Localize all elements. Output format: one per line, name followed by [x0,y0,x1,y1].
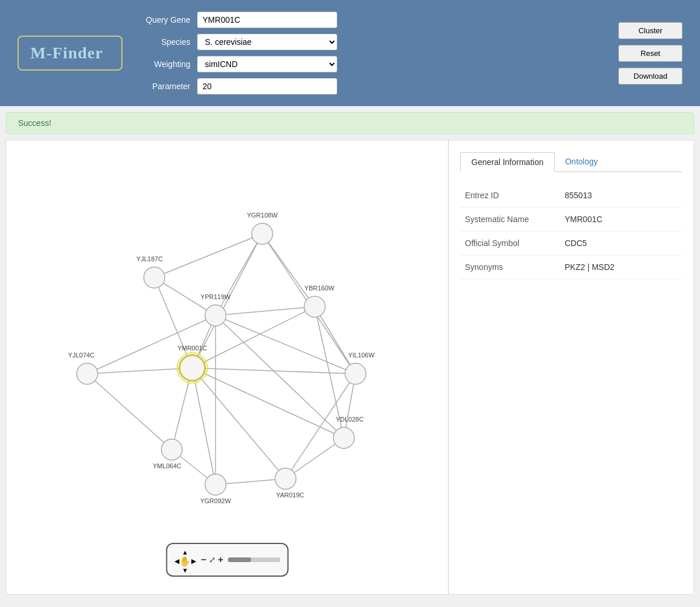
nav-up-icon[interactable]: ▲ [182,549,188,556]
svg-point-49 [77,363,98,384]
query-gene-label: Query Gene [146,15,190,24]
svg-point-39 [345,363,366,384]
main-content: YMR001CYGR108WYJL187CYPR119WYBR160WYIL10… [6,140,694,595]
svg-line-11 [216,234,262,315]
cursor-icon: ⤢ [209,555,216,564]
info-table: Entrez ID 855013 Systematic Name YMR001C… [460,184,682,279]
svg-text:YJL074C: YJL074C [68,352,94,359]
svg-line-23 [88,374,172,450]
species-label: Species [146,37,190,47]
form-area: Query Gene Species S. cerevisiae H. sapi… [146,12,595,94]
svg-line-12 [262,234,315,307]
svg-line-5 [192,368,344,438]
tab-ontology[interactable]: Ontology [555,152,608,171]
svg-point-33 [144,267,165,288]
network-graph[interactable]: YMR001CYGR108WYJL187CYPR119WYBR160WYIL10… [18,152,436,549]
parameter-label: Parameter [146,82,190,91]
tab-general-information[interactable]: General Information [460,152,555,172]
official-symbol-value: CDC5 [560,231,682,255]
svg-text:YGR092W: YGR092W [200,497,231,504]
svg-text:YGR108W: YGR108W [247,212,278,219]
reset-button[interactable]: Reset [618,45,682,62]
synonyms-label: Synonyms [460,255,560,279]
svg-line-10 [155,234,262,278]
parameter-input[interactable] [197,78,337,94]
entrez-id-label: Entrez ID [460,184,560,208]
svg-line-15 [216,315,356,374]
svg-point-35 [205,305,226,326]
navigation-control[interactable]: ▲ ◀ ✋ ▶ ▼ − ⤢ + [166,543,289,577]
svg-point-41 [334,427,355,448]
logo-text: M-Finder [30,44,110,62]
svg-line-9 [88,368,192,374]
zoom-controls: − ⤢ + [201,555,223,565]
svg-point-47 [162,439,183,460]
table-row: Official Symbol CDC5 [460,231,682,255]
weighting-select[interactable]: simICND simUI simGIC [197,56,337,72]
nav-left-icon[interactable]: ◀ [174,557,179,565]
buttons-area: Cluster Reset Download [618,22,682,85]
svg-text:YML064C: YML064C [153,462,181,469]
svg-text:YPR119W: YPR119W [201,293,231,300]
species-select[interactable]: S. cerevisiae H. sapiens M. musculus [197,34,337,50]
svg-text:YBR160W: YBR160W [304,285,335,292]
table-row: Systematic Name YMR001C [460,208,682,231]
systematic-name-label: Systematic Name [460,208,560,231]
success-message: Success! [6,112,694,134]
nav-right-icon[interactable]: ▶ [191,557,196,565]
svg-point-31 [252,223,273,244]
svg-line-19 [286,374,356,479]
svg-point-43 [275,468,296,489]
svg-text:YMR001C: YMR001C [177,345,207,352]
logo-box: M-Finder [18,36,123,71]
query-gene-input[interactable] [197,12,337,28]
svg-line-7 [192,368,216,485]
cluster-button[interactable]: Cluster [618,22,682,39]
svg-text:YAR019C: YAR019C [276,492,304,499]
synonyms-value: PKZ2 | MSD2 [560,255,682,279]
zoom-out-button[interactable]: − [201,555,206,565]
svg-text:YJL187C: YJL187C [136,255,163,262]
svg-point-37 [304,296,326,317]
info-panel: General Information Ontology Entrez ID 8… [449,141,694,594]
svg-point-29 [180,355,205,381]
header: M-Finder Query Gene Species S. cerevisia… [0,0,700,106]
svg-line-17 [315,307,356,374]
official-symbol-label: Official Symbol [460,231,560,255]
zoom-in-button[interactable]: + [218,555,223,565]
table-row: Entrez ID 855013 [460,184,682,208]
nav-down-icon[interactable]: ▼ [182,567,188,574]
svg-line-6 [192,368,286,479]
tab-bar: General Information Ontology [460,152,682,172]
table-row: Synonyms PKZ2 | MSD2 [460,255,682,279]
svg-text:YDL028C: YDL028C [336,416,364,423]
svg-point-45 [205,474,226,495]
download-button[interactable]: Download [618,68,682,85]
systematic-name-value: YMR001C [560,208,682,231]
nav-hand-icon[interactable]: ✋ [179,556,191,567]
svg-text:YIL106W: YIL106W [348,352,375,359]
weighting-label: Weighting [146,59,190,69]
graph-area: YMR001CYGR108WYJL187CYPR119WYBR160WYIL10… [6,141,449,594]
entrez-id-value: 855013 [560,184,682,208]
